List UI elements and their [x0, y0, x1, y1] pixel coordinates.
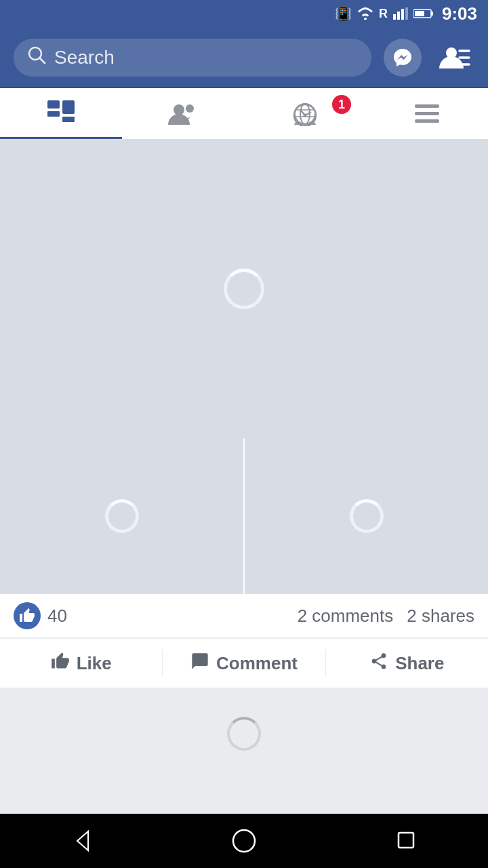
- share-button[interactable]: Share: [326, 639, 488, 688]
- bottom-spinner: [227, 717, 261, 751]
- comment-label: Comment: [216, 653, 298, 674]
- vibrate-icon: 📳: [335, 5, 352, 22]
- like-count: 40: [47, 606, 67, 627]
- like-thumb-icon: [14, 602, 41, 629]
- like-button[interactable]: Like: [0, 639, 162, 688]
- comment-icon: [190, 652, 209, 675]
- tab-newsfeed[interactable]: [0, 88, 122, 139]
- status-time: 9:03: [442, 3, 477, 24]
- svg-rect-1: [397, 12, 400, 20]
- post-card: 40 2 comments 2 shares Like: [0, 140, 488, 688]
- status-bar: 📳 R 9:03: [0, 0, 488, 27]
- profile-menu-button[interactable]: [434, 37, 474, 78]
- tab-friends[interactable]: [122, 88, 244, 139]
- svg-rect-14: [47, 111, 60, 117]
- svg-point-23: [295, 104, 315, 124]
- signal-icon: [393, 7, 408, 20]
- home-button[interactable]: [230, 827, 258, 854]
- svg-point-24: [300, 104, 310, 124]
- tab-bar: 1: [0, 88, 488, 140]
- reaction-right: 2 comments 2 shares: [298, 606, 474, 627]
- svg-rect-32: [399, 833, 413, 848]
- shares-count: 2 shares: [407, 606, 474, 627]
- android-nav-bar: [0, 814, 488, 868]
- notification-badge: 1: [332, 95, 351, 114]
- reaction-bar: 40 2 comments 2 shares: [0, 594, 488, 638]
- svg-rect-5: [431, 12, 433, 16]
- tab-notifications[interactable]: 1: [244, 88, 366, 139]
- svg-rect-6: [415, 11, 424, 16]
- svg-rect-29: [415, 119, 439, 123]
- svg-rect-27: [415, 104, 439, 108]
- share-icon: [369, 652, 388, 675]
- svg-rect-28: [415, 112, 439, 115]
- main-content: 40 2 comments 2 shares Like: [0, 140, 488, 829]
- share-label: Share: [395, 653, 444, 674]
- svg-rect-16: [62, 117, 75, 122]
- loading-spinner-small-left: [105, 499, 139, 533]
- search-icon: [27, 45, 46, 69]
- svg-rect-15: [62, 100, 75, 114]
- search-placeholder-text: Search: [54, 47, 115, 68]
- signal-r-icon: R: [379, 7, 388, 21]
- back-button[interactable]: [68, 827, 95, 854]
- svg-rect-3: [405, 7, 408, 20]
- svg-marker-30: [77, 831, 88, 850]
- post-image-small-left: [0, 438, 243, 594]
- loading-spinner-small-right: [350, 499, 384, 533]
- comments-count: 2 comments: [298, 606, 394, 627]
- post-image-row: [0, 438, 488, 594]
- svg-point-17: [174, 104, 184, 115]
- battery-icon: [413, 8, 434, 19]
- reaction-left: 40: [14, 602, 67, 629]
- svg-point-31: [233, 830, 255, 852]
- action-bar: Like Comment Share: [0, 638, 488, 688]
- wifi-icon: [357, 7, 373, 20]
- recents-button[interactable]: [393, 827, 420, 854]
- like-label: Like: [77, 653, 112, 674]
- svg-point-18: [186, 104, 194, 113]
- bottom-loading: [0, 693, 488, 774]
- search-bar[interactable]: Search: [14, 39, 371, 77]
- post-image-large: [0, 140, 488, 438]
- svg-line-8: [40, 58, 45, 63]
- top-navbar: Search: [0, 27, 488, 88]
- post-image-small-right: [245, 438, 488, 594]
- like-icon: [51, 652, 70, 675]
- svg-rect-2: [401, 9, 404, 20]
- svg-rect-0: [393, 14, 396, 20]
- status-icons: 📳 R 9:03: [335, 3, 477, 24]
- messenger-button[interactable]: [382, 37, 423, 78]
- loading-spinner-large: [224, 269, 264, 309]
- svg-rect-13: [47, 100, 60, 108]
- comment-button[interactable]: Comment: [163, 639, 325, 688]
- tab-menu[interactable]: [366, 88, 488, 139]
